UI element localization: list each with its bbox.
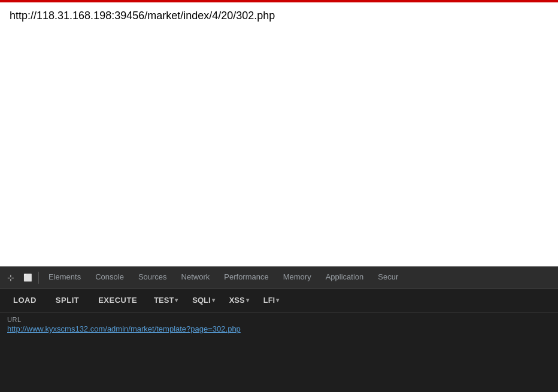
lfi-button[interactable]: LFI ▾ <box>257 293 286 307</box>
load-button[interactable]: LOAD <box>5 293 45 307</box>
xss-dropdown-arrow: ▾ <box>246 297 249 303</box>
device-icon-btn[interactable]: ⬜ <box>19 269 36 286</box>
split-button[interactable]: SPLIT <box>47 293 87 307</box>
tab-sources[interactable]: Sources <box>131 267 174 288</box>
tab-performance[interactable]: Performance <box>217 267 275 288</box>
tab-elements[interactable]: Elements <box>41 267 88 288</box>
devtools-tabs-bar: ⊹ ⬜ Elements Console Sources Network Per… <box>0 267 558 288</box>
tab-security[interactable]: Secur <box>371 267 405 288</box>
page-url: http://118.31.168.198:39456/market/index… <box>10 10 548 22</box>
sqli-dropdown-arrow: ▾ <box>212 297 215 303</box>
devtools-toolbar: LOAD SPLIT EXECUTE TEST ▾ SQLI ▾ XSS ▾ L… <box>0 288 558 312</box>
test-dropdown-arrow: ▾ <box>175 297 178 303</box>
device-icon: ⬜ <box>23 274 32 282</box>
tab-divider <box>38 272 39 284</box>
cursor-icon-btn[interactable]: ⊹ <box>2 269 19 286</box>
tab-application[interactable]: Application <box>319 267 371 288</box>
url-value[interactable]: http://www.kyxscms132.com/admin/market/t… <box>7 324 551 333</box>
xss-button[interactable]: XSS ▾ <box>223 293 255 307</box>
url-label: URL <box>7 316 551 323</box>
cursor-icon: ⊹ <box>7 273 14 282</box>
devtools-panel: ⊹ ⬜ Elements Console Sources Network Per… <box>0 266 558 392</box>
browser-content: http://118.31.168.198:39456/market/index… <box>0 2 558 266</box>
execute-button[interactable]: EXECUTE <box>90 293 145 307</box>
tab-network[interactable]: Network <box>174 267 217 288</box>
test-button[interactable]: TEST ▾ <box>148 293 184 307</box>
url-info-bar: URL http://www.kyxscms132.com/admin/mark… <box>0 312 558 337</box>
tab-console[interactable]: Console <box>88 267 131 288</box>
lfi-dropdown-arrow: ▾ <box>276 297 279 303</box>
sqli-button[interactable]: SQLI ▾ <box>186 293 220 307</box>
tab-memory[interactable]: Memory <box>276 267 319 288</box>
